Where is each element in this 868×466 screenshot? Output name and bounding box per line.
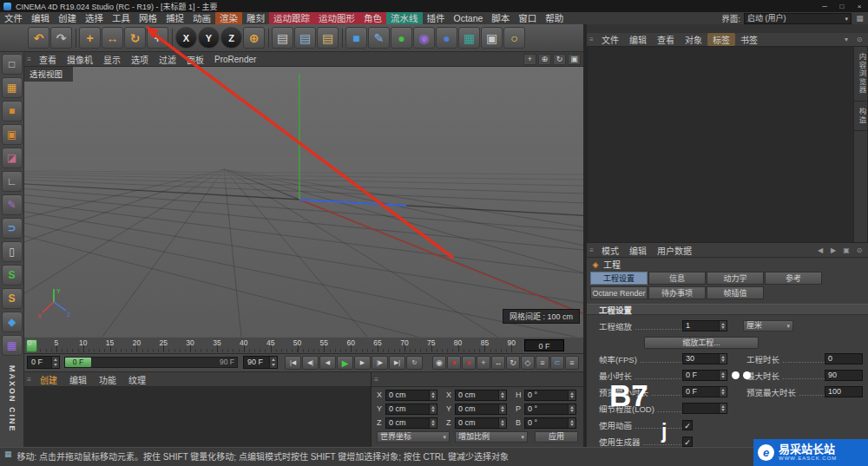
spinner[interactable] [429, 391, 437, 400]
menu-item[interactable]: 创建 [54, 12, 81, 24]
unit-dropdown[interactable]: 厘米▾ [743, 320, 793, 331]
texture-mode-icon[interactable]: ◪ [2, 148, 23, 168]
preview-range-slider[interactable]: 0 F 90 F [64, 357, 238, 368]
spinner[interactable] [568, 404, 575, 414]
coordinate-input[interactable]: 0 cm [385, 404, 437, 415]
object-mode-icon[interactable]: ▣ [2, 124, 23, 145]
menu-item[interactable]: 网格 [135, 12, 161, 24]
record-rotation-button[interactable]: ↻ [506, 356, 520, 370]
attribute-tab[interactable]: 帧插值 [707, 286, 764, 299]
go-to-start-button[interactable]: |◀ [285, 356, 301, 370]
filter-icon[interactable]: ▾ [841, 36, 852, 43]
side-tab[interactable]: 内容浏览器 [854, 47, 867, 102]
primitive-cube-icon[interactable]: ■ [345, 27, 367, 49]
object-manager-body[interactable]: 内容浏览器构造 [587, 46, 868, 243]
previous-frame-button[interactable]: ◀ [319, 356, 336, 370]
attribute-input[interactable]: 0 [825, 353, 863, 364]
workplane-lock-icon[interactable]: ◆ [2, 312, 23, 332]
coordinate-system-icon[interactable]: ⊕ [243, 27, 265, 49]
minimize-button[interactable]: ─ [816, 3, 833, 10]
menu-item[interactable]: 动画 [188, 12, 215, 24]
checkbox[interactable]: ✓ [682, 420, 693, 430]
attribute-input[interactable]: 90 [825, 370, 863, 381]
end-frame-input[interactable]: 90 F [243, 356, 278, 369]
spinner[interactable] [429, 404, 437, 414]
lock-icon[interactable]: ⊙ [854, 36, 865, 43]
zoom-view-icon[interactable]: ⊕ [538, 54, 551, 65]
menu-item[interactable]: 窗口 [514, 12, 541, 24]
array-icon[interactable]: ▦ [458, 27, 480, 49]
panel-handle-icon[interactable]: ≡ [24, 56, 34, 63]
viewport-menu-item[interactable]: 过滤 [154, 53, 181, 66]
attribute-menu-item[interactable]: 编辑 [624, 244, 652, 257]
object-menu-item[interactable]: 文件 [596, 33, 624, 46]
spinner[interactable] [269, 357, 277, 368]
toggle-view-icon[interactable]: ▣ [568, 54, 581, 65]
menu-item[interactable]: 编辑 [27, 12, 54, 24]
layout-grid-icon[interactable]: ▦ [855, 14, 865, 23]
edges-mode-icon[interactable]: ⊃ [2, 218, 23, 239]
keyframe-button[interactable]: ● [462, 356, 476, 370]
panel-handle-icon[interactable]: ≡ [372, 376, 381, 384]
x-axis-lock-button[interactable]: X [175, 27, 197, 49]
spinner[interactable] [51, 357, 59, 368]
coordinate-input[interactable]: 0 cm [385, 417, 437, 429]
material-menu-item[interactable]: 创建 [34, 373, 63, 386]
timeline-ruler[interactable]: 051015202530354045505560657075808590 0 F [24, 337, 583, 354]
panel-handle-icon[interactable]: ≡ [24, 376, 34, 384]
object-menu-item[interactable]: 标签 [707, 33, 735, 46]
side-tab[interactable]: 构造 [854, 102, 867, 131]
coordinate-input[interactable]: 0 cm [385, 390, 437, 401]
record-pla-button[interactable]: ≡ [536, 356, 549, 370]
spline-pen-icon[interactable]: ✎ [368, 27, 390, 49]
model-mode-icon[interactable]: ■ [2, 101, 23, 121]
rotate-tool-icon[interactable]: ↻ [124, 27, 146, 49]
menu-item[interactable]: 雕刻 [242, 12, 269, 24]
menu-item[interactable]: 捕捉 [161, 12, 188, 24]
coordinate-system-dropdown[interactable]: 世界坐标 ▾ [377, 431, 450, 443]
previous-key-button[interactable]: ◀| [302, 356, 319, 370]
next-key-button[interactable]: |▶ [372, 356, 388, 370]
workplane-icon[interactable]: ∟ [2, 171, 23, 192]
menu-item[interactable]: 选择 [81, 12, 108, 24]
attribute-tab[interactable]: 信息 [648, 272, 706, 285]
size-mode-dropdown[interactable]: 增加比例 ▾ [455, 431, 528, 443]
record-position-button[interactable]: + [477, 356, 490, 370]
last-tool-icon[interactable]: + [147, 27, 168, 49]
camera-icon[interactable]: ▣ [481, 27, 503, 49]
viewport-menu-item[interactable]: ProRender [209, 55, 261, 64]
attribute-input[interactable] [682, 403, 727, 414]
y-axis-lock-button[interactable]: Y [198, 27, 220, 49]
volume-icon[interactable]: ● [436, 27, 457, 49]
attribute-tab[interactable]: 动力学 [707, 272, 764, 285]
spinner[interactable] [568, 391, 575, 400]
attribute-input[interactable]: 0 F [682, 370, 727, 381]
panel-handle-icon[interactable]: ≡ [587, 36, 596, 43]
menu-item[interactable]: 脚本 [487, 12, 514, 24]
object-menu-item[interactable]: 编辑 [624, 33, 652, 46]
current-frame-input[interactable]: 0 F [27, 356, 60, 369]
attribute-tab[interactable]: 待办事项 [648, 286, 706, 299]
material-menu-item[interactable]: 编辑 [63, 373, 93, 386]
record-scale-button[interactable]: ↔ [491, 356, 505, 370]
attribute-input[interactable]: 1 [682, 320, 727, 331]
menu-item[interactable]: 流水线 [386, 12, 423, 24]
menu-item[interactable]: 帮助 [541, 12, 568, 24]
snap-enable-icon[interactable]: S [2, 265, 23, 286]
coordinate-input[interactable]: 0 cm [455, 390, 507, 401]
spinner[interactable] [719, 321, 727, 331]
spinner[interactable] [429, 418, 437, 428]
render-picture-viewer-icon[interactable]: ▤ [294, 27, 316, 49]
spinner[interactable] [719, 404, 727, 413]
attribute-tab[interactable]: Octane Render [590, 286, 648, 299]
attribute-input[interactable]: 100 [825, 386, 863, 397]
record-parameter-button[interactable]: ◇ [521, 356, 535, 370]
snap-magnet-button[interactable]: ⊂ [550, 356, 564, 370]
scale-project-button[interactable]: 缩放工程... [644, 337, 759, 349]
attribute-menu-item[interactable]: 用户数据 [652, 244, 697, 257]
coordinate-input[interactable]: 0 ° [524, 417, 576, 429]
spinner[interactable] [498, 391, 506, 400]
next-frame-button[interactable]: ▶ [354, 356, 371, 370]
layout-dropdown[interactable]: 启动 (用户) ▾ [744, 13, 852, 24]
spinner[interactable] [719, 387, 727, 397]
